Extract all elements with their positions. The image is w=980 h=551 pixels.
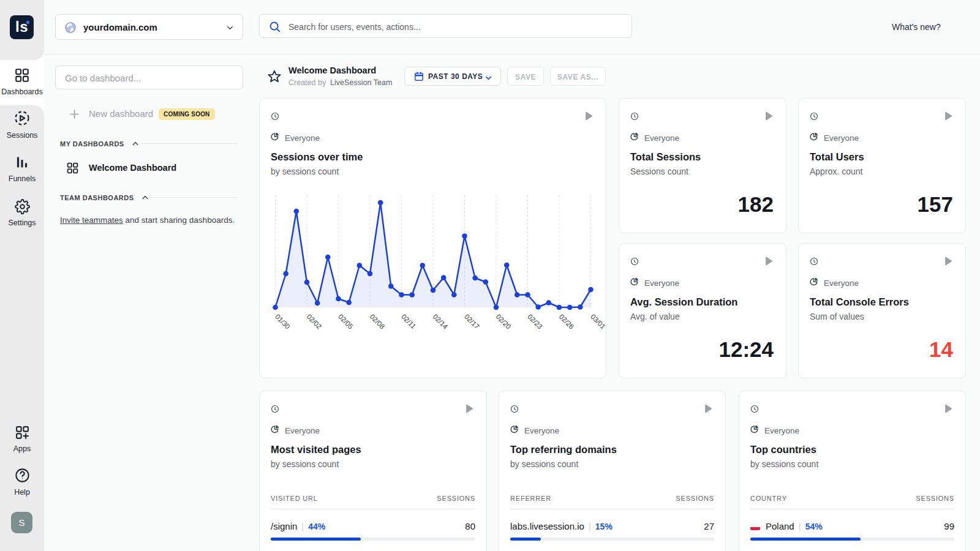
svg-text:02/02: 02/02 [306, 313, 323, 331]
svg-text:02/11: 02/11 [400, 313, 417, 330]
svg-text:02/08: 02/08 [369, 313, 386, 331]
svg-text:02/14: 02/14 [432, 313, 450, 331]
svg-text:02/26: 02/26 [558, 313, 576, 331]
svg-text:02/05: 02/05 [337, 313, 355, 331]
svg-text:02/20: 02/20 [495, 313, 513, 331]
svg-text:02/23: 02/23 [526, 313, 544, 331]
svg-text:03/01: 03/01 [589, 313, 606, 331]
svg-text:02/17: 02/17 [463, 313, 481, 331]
svg-text:01/30: 01/30 [274, 313, 292, 331]
